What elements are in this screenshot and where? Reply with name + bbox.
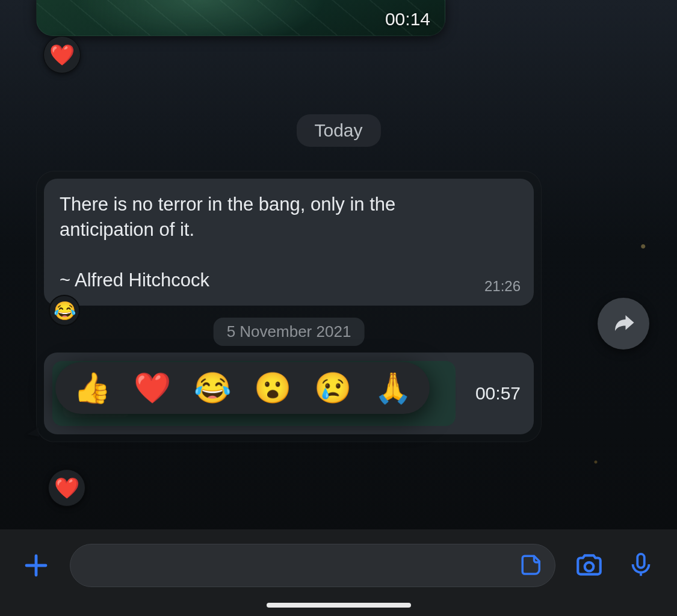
camera-icon (574, 550, 604, 581)
voice-button[interactable] (623, 547, 659, 584)
svg-rect-1 (637, 554, 645, 568)
reaction-heart[interactable]: ❤️ (48, 469, 85, 507)
reaction-picker: 👍 ❤️ 😂 😮 😢 🙏 (55, 362, 430, 414)
message-time: 00:14 (385, 9, 430, 29)
heart-icon: ❤️ (49, 43, 75, 67)
forward-icon (611, 311, 636, 336)
reaction-option-sad[interactable]: 😢 (314, 371, 351, 405)
camera-button[interactable] (571, 547, 607, 584)
chat-scroll-area[interactable]: 00:14 ❤️ Today There is no terror in the… (0, 0, 677, 529)
laugh-icon: 😂 (54, 300, 76, 321)
sticker-icon (519, 553, 545, 578)
sticker-button[interactable] (519, 552, 545, 579)
reaction-laugh[interactable]: 😂 (49, 295, 80, 326)
reaction-option-laugh[interactable]: 😂 (194, 371, 231, 405)
heart-icon: ❤️ (54, 476, 79, 500)
attach-button[interactable] (18, 547, 54, 584)
message-time: 00:57 (475, 383, 521, 404)
svg-point-0 (585, 562, 594, 571)
microphone-icon (627, 552, 655, 579)
reaction-option-heart[interactable]: ❤️ (134, 371, 171, 405)
reaction-heart[interactable]: ❤️ (43, 36, 81, 73)
forward-button[interactable] (598, 298, 649, 350)
reaction-option-wow[interactable]: 😮 (254, 371, 291, 405)
date-label: Today (314, 120, 362, 140)
plus-icon (22, 551, 51, 580)
date-separator-inline: 5 November 2021 (214, 318, 365, 346)
reaction-option-thumbs-up[interactable]: 👍 (73, 371, 111, 405)
message-text: There is no terror in the bang, only in … (60, 192, 433, 292)
bubble-tail (27, 427, 39, 437)
incoming-media-message[interactable]: 00:14 (36, 0, 445, 36)
message-time: 21:26 (484, 278, 521, 295)
message-input[interactable] (70, 544, 555, 587)
home-indicator[interactable] (267, 603, 411, 608)
date-separator: Today (296, 114, 380, 147)
date-label: 5 November 2021 (227, 322, 351, 340)
reaction-option-pray[interactable]: 🙏 (374, 371, 412, 405)
incoming-text-message[interactable]: There is no terror in the bang, only in … (44, 179, 534, 306)
